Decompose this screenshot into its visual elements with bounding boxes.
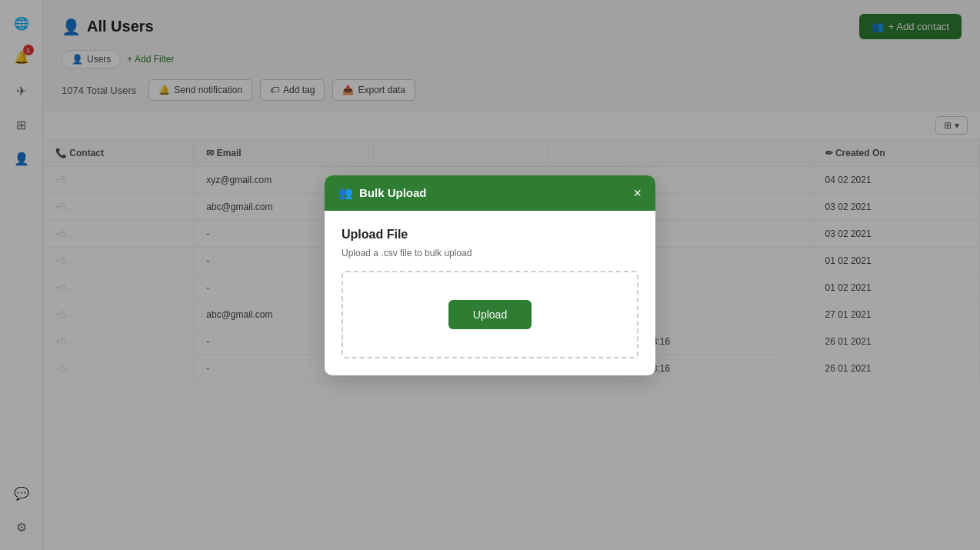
bulk-upload-modal: 👥 Bulk Upload × Upload File Upload a .cs… xyxy=(325,175,655,375)
modal-header: 👥 Bulk Upload × xyxy=(325,175,655,211)
modal-title: 👥 Bulk Upload xyxy=(338,186,427,200)
modal-overlay[interactable]: 👥 Bulk Upload × Upload File Upload a .cs… xyxy=(0,0,980,550)
modal-close-button[interactable]: × xyxy=(633,186,642,200)
upload-drop-zone[interactable]: Upload xyxy=(342,271,638,358)
upload-file-subtitle: Upload a .csv file to bulk upload xyxy=(342,248,638,258)
modal-body: Upload File Upload a .csv file to bulk u… xyxy=(325,211,655,375)
modal-title-icon: 👥 xyxy=(338,186,353,200)
upload-file-title: Upload File xyxy=(342,228,638,242)
modal-title-text: Bulk Upload xyxy=(359,186,427,199)
upload-button[interactable]: Upload xyxy=(448,300,532,329)
